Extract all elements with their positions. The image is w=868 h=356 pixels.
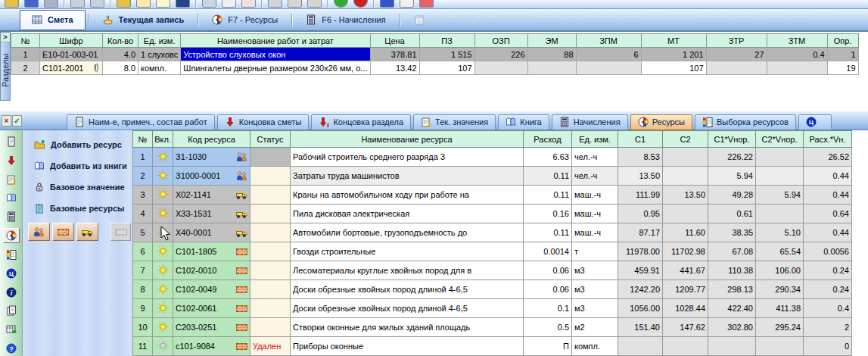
toolbar-go-icon[interactable]	[307, 0, 322, 8]
resource-cell-rv[interactable]: 0.24	[804, 280, 852, 299]
resource-cell-c1v[interactable]: 110.38	[708, 261, 756, 280]
resource-cell-rv[interactable]: 0.44	[804, 223, 852, 242]
resource-cell-c2v[interactable]: 65.54	[756, 242, 804, 261]
detail-tab-current-values[interactable]: Тек. значения	[413, 114, 496, 130]
toolbar-monitor-icon[interactable]	[44, 0, 58, 8]
resource-cell-c1[interactable]: 0.95	[618, 205, 663, 223]
base-resources-button[interactable]: Базовые ресурсы	[34, 203, 124, 214]
resource-cell-code[interactable]: С102-0049	[173, 280, 250, 299]
estimate-cell-unit[interactable]: 1 слуховс	[138, 48, 181, 61]
resource-cell-c1[interactable]: 11978.00	[618, 242, 663, 261]
toolbar-panel-icon[interactable]	[202, 0, 216, 8]
estimate-cell-name[interactable]: Устройство слуховых окон	[181, 48, 370, 61]
resource-cell-c2[interactable]: 11.60	[663, 223, 708, 242]
resource-cell-c1[interactable]: 111.99	[618, 186, 663, 205]
resource-row[interactable]: 10С203-0251Створки оконные для жилых зда…	[133, 318, 852, 337]
resource-cell-rv[interactable]: 0.64	[804, 205, 852, 223]
resource-cell-num[interactable]: 8	[133, 280, 153, 299]
resource-cell-unit[interactable]: маш.-ч	[572, 223, 618, 242]
estimate-cell-price[interactable]: 378.81	[370, 48, 419, 61]
resource-cell-c2v[interactable]: 290.34	[756, 280, 804, 299]
resource-cell-unit[interactable]: маш.-ч	[572, 205, 618, 223]
strip-button-note[interactable]	[3, 172, 20, 187]
toolbar-add-icon[interactable]	[334, 0, 348, 8]
detail-tab-resources[interactable]: Ресурсы	[630, 114, 692, 130]
resource-cell-c1v[interactable]: 302.80	[708, 318, 756, 337]
resource-row[interactable]: 3Х02-1141Краны на автомобильном ходу при…	[133, 186, 852, 205]
resource-cell-name[interactable]: Лесоматериалы круглые хвойных пород для …	[291, 261, 524, 280]
resource-cell-num[interactable]: 3	[133, 186, 153, 205]
resource-cell-num[interactable]: 7	[133, 261, 153, 280]
resource-cell-c1[interactable]: 459.91	[618, 261, 663, 280]
resource-row[interactable]: 1З1-1030Рабочий строитель среднего разря…	[133, 148, 852, 167]
resource-cell-on[interactable]	[153, 299, 173, 318]
resource-cell-c2v[interactable]	[756, 167, 804, 186]
resource-cell-status[interactable]	[250, 318, 291, 337]
resource-cell-status[interactable]	[250, 148, 291, 167]
resource-cell-code[interactable]: С203-0251	[173, 318, 250, 337]
toolbar-open-icon[interactable]	[5, 0, 19, 8]
resource-cell-rv[interactable]: 26.52	[804, 148, 852, 167]
resource-cell-name[interactable]: Затраты труда машинистов	[291, 167, 524, 186]
strip-button-help[interactable]: ?	[3, 341, 20, 356]
resource-cell-c2[interactable]	[663, 148, 708, 167]
detail-tab-prices-partial[interactable]: Ц	[798, 114, 832, 130]
toolbar-search-icon[interactable]	[136, 0, 151, 8]
resource-cell-rv[interactable]: 0.24	[804, 261, 852, 280]
resource-cell-c1[interactable]: 87.17	[618, 223, 663, 242]
resource-cell-on[interactable]	[153, 148, 173, 167]
estimate-cell-zpm[interactable]: 6	[576, 48, 641, 61]
resource-cell-on[interactable]	[153, 167, 173, 186]
resource-row[interactable]: 6С101-1805Гвозди строительные0.0014т1197…	[133, 242, 852, 261]
estimate-row[interactable]: 1Е10-01-003-014.01 слуховсУстройство слу…	[11, 48, 859, 61]
strip-button-pages[interactable]	[3, 304, 20, 319]
add-from-book-button[interactable]: Добавить из книги	[34, 161, 127, 171]
resource-cell-c2[interactable]: 1209.77	[663, 280, 708, 299]
resource-cell-status[interactable]	[250, 261, 291, 280]
strip-button-table-plus[interactable]	[3, 322, 20, 337]
toolbar-stop-icon[interactable]	[353, 0, 368, 8]
resource-cell-name[interactable]: Краны на автомобильном ходу при работе н…	[291, 186, 524, 205]
resource-cell-name[interactable]: Пила дисковая электрическая	[291, 205, 524, 223]
estimate-cell-num[interactable]: 2	[11, 61, 40, 75]
estimate-cell-ztr[interactable]	[706, 61, 767, 75]
resource-cell-status[interactable]	[250, 186, 291, 205]
resource-cell-rate[interactable]: 0.06	[524, 280, 572, 299]
resource-cell-unit[interactable]: м3	[572, 299, 618, 318]
resource-cell-status[interactable]	[250, 299, 291, 318]
resource-cell-rate[interactable]: 0.16	[524, 205, 572, 223]
resource-cell-c1[interactable]: 13.50	[618, 167, 663, 186]
toolbar-find-icon[interactable]	[241, 0, 256, 8]
filter-workers-button[interactable]	[28, 223, 50, 241]
resource-cell-num[interactable]: 6	[133, 242, 153, 261]
detail-tab-work-name[interactable]: Наим-е, примеч., состав работ	[67, 114, 215, 130]
detail-tab-resource-selection[interactable]: Выборка ресурсов	[695, 114, 796, 130]
resource-cell-code[interactable]: Х02-1141	[173, 186, 250, 205]
detail-tab-section-ending[interactable]: pКонцовка раздела	[311, 114, 411, 130]
apply-check-button[interactable]: ✓	[12, 115, 22, 126]
estimate-cell-pz[interactable]: 107	[419, 61, 474, 75]
tab-f7-resources[interactable]: F7 - Ресурсы	[201, 11, 289, 29]
estimate-cell-ztm[interactable]: 0.4	[767, 48, 827, 61]
resource-cell-rate[interactable]: 0.11	[524, 186, 572, 205]
strip-button-calc[interactable]	[3, 209, 20, 224]
resource-cell-num[interactable]: 5	[133, 223, 153, 242]
resource-cell-code[interactable]: С102-0010	[173, 261, 250, 280]
resource-cell-status[interactable]	[250, 167, 291, 186]
estimate-cell-code[interactable]: Е10-01-003-01	[40, 48, 103, 61]
resource-cell-rate[interactable]: 6.63	[524, 148, 572, 167]
resource-cell-on[interactable]	[153, 280, 173, 299]
resource-cell-c2v[interactable]: 5.94	[756, 186, 804, 205]
close-pane-button[interactable]: ×	[2, 115, 11, 126]
resource-cell-rv[interactable]: 0	[804, 337, 852, 356]
resource-cell-status[interactable]	[250, 223, 291, 242]
resource-row[interactable]: 5Х40-0001Автомобили бортовые, грузоподъе…	[133, 223, 852, 242]
resource-cell-code[interactable]: С101-1805	[173, 242, 250, 261]
resource-cell-c2v[interactable]: 5.10	[756, 223, 804, 242]
resource-cell-unit[interactable]: маш.-ч	[572, 186, 618, 205]
resource-cell-unit[interactable]: чел.-ч	[572, 148, 618, 167]
resource-row[interactable]: 11с101-9084УдаленПриборы оконныеПкомпл.0	[133, 337, 852, 356]
estimate-cell-num[interactable]: 1	[11, 48, 40, 61]
detail-tab-estimate-ending[interactable]: Концовка сметы	[217, 114, 310, 130]
resource-cell-c1[interactable]: 151.40	[618, 318, 663, 337]
